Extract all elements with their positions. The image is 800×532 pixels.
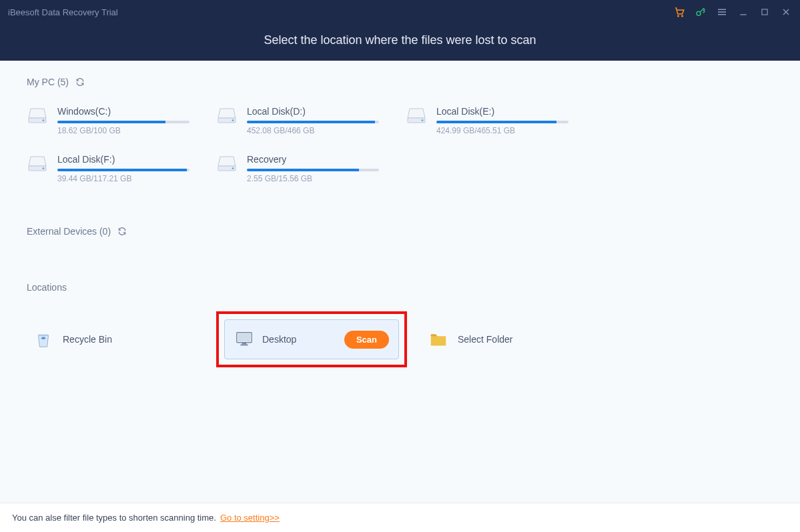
desktop-label: Desktop xyxy=(262,334,336,345)
minimize-icon[interactable] xyxy=(737,6,749,18)
locations-label: Locations xyxy=(27,282,67,293)
drive-usage-bar xyxy=(247,169,379,171)
svg-rect-16 xyxy=(240,345,248,346)
settings-link[interactable]: Go to setting>> xyxy=(220,513,280,523)
svg-point-7 xyxy=(232,119,234,121)
main-content: My PC (5) Windows(C:)18.62 GB/100 GBLoca… xyxy=(0,61,800,367)
app-header: iBeesoft Data Recovery Trial Select the … xyxy=(0,0,800,61)
drive-item[interactable]: Local Disk(F:)39.44 GB/117.21 GB xyxy=(27,154,216,183)
drive-usage-text: 18.62 GB/100 GB xyxy=(57,126,189,135)
footer-text: You can alse filter file types to shorte… xyxy=(12,513,216,523)
close-icon[interactable] xyxy=(780,6,792,18)
desktop-icon xyxy=(234,329,254,349)
location-select-folder[interactable]: Select Folder xyxy=(422,329,611,349)
drive-usage-text: 452.08 GB/466 GB xyxy=(247,126,379,135)
drive-icon xyxy=(216,106,238,125)
drive-icon xyxy=(406,106,427,125)
maximize-icon[interactable] xyxy=(759,6,771,18)
drive-item[interactable]: Recovery2.55 GB/15.56 GB xyxy=(216,154,406,183)
select-folder-label: Select Folder xyxy=(458,334,512,345)
drive-usage-bar xyxy=(247,121,379,123)
recycle-bin-icon xyxy=(33,329,53,349)
svg-point-1 xyxy=(682,15,683,17)
highlight-box: Desktop Scan xyxy=(216,311,407,367)
svg-rect-3 xyxy=(762,9,767,15)
svg-point-13 xyxy=(232,167,234,169)
drive-name: Local Disk(F:) xyxy=(57,154,189,165)
refresh-icon[interactable] xyxy=(75,77,85,87)
drive-item[interactable]: Local Disk(D:)452.08 GB/466 GB xyxy=(216,106,406,135)
svg-point-5 xyxy=(43,119,45,121)
svg-rect-15 xyxy=(238,334,251,341)
drive-usage-text: 39.44 GB/117.21 GB xyxy=(57,174,189,183)
drive-info: Local Disk(D:)452.08 GB/466 GB xyxy=(247,106,406,135)
recycle-bin-label: Recycle Bin xyxy=(63,334,112,345)
drive-icon xyxy=(216,154,238,173)
refresh-icon[interactable] xyxy=(117,227,127,236)
app-title: iBeesoft Data Recovery Trial xyxy=(8,7,118,17)
locations-row: Recycle Bin Desktop Scan Select Folder xyxy=(27,311,773,367)
svg-point-9 xyxy=(422,119,424,121)
drive-usage-bar xyxy=(57,121,189,123)
page-subtitle: Select the location where the files were… xyxy=(0,24,800,61)
my-pc-label: My PC (5) xyxy=(27,77,69,87)
external-section-head: External Devices (0) xyxy=(27,226,773,237)
external-label: External Devices (0) xyxy=(27,226,111,237)
drive-icon xyxy=(27,106,48,125)
svg-point-11 xyxy=(43,167,45,169)
drive-info: Local Disk(F:)39.44 GB/117.21 GB xyxy=(57,154,216,183)
footer: You can alse filter file types to shorte… xyxy=(0,503,800,532)
drive-info: Local Disk(E:)424.99 GB/465.51 GB xyxy=(436,106,595,135)
drive-name: Local Disk(E:) xyxy=(436,106,568,117)
my-pc-section-head: My PC (5) xyxy=(27,77,773,87)
drive-usage-bar xyxy=(436,121,568,123)
drive-usage-bar xyxy=(57,169,189,171)
locations-section-head: Locations xyxy=(27,282,773,293)
titlebar: iBeesoft Data Recovery Trial xyxy=(0,0,800,24)
drive-icon xyxy=(27,154,48,173)
drive-name: Windows(C:) xyxy=(57,106,189,117)
drives-grid: Windows(C:)18.62 GB/100 GBLocal Disk(D:)… xyxy=(27,106,773,202)
folder-icon xyxy=(428,329,448,349)
drive-info: Recovery2.55 GB/15.56 GB xyxy=(247,154,406,183)
window-controls xyxy=(673,6,792,18)
drive-name: Local Disk(D:) xyxy=(247,106,379,117)
menu-icon[interactable] xyxy=(716,6,728,18)
key-icon[interactable] xyxy=(695,6,707,18)
drive-item[interactable]: Windows(C:)18.62 GB/100 GB xyxy=(27,106,216,135)
svg-point-2 xyxy=(697,11,701,15)
drive-name: Recovery xyxy=(247,154,379,165)
location-recycle-bin[interactable]: Recycle Bin xyxy=(27,329,216,349)
drive-usage-text: 2.55 GB/15.56 GB xyxy=(247,174,379,183)
scan-button[interactable]: Scan xyxy=(344,331,389,349)
drive-info: Windows(C:)18.62 GB/100 GB xyxy=(57,106,216,135)
drive-usage-text: 424.99 GB/465.51 GB xyxy=(436,126,568,135)
svg-point-0 xyxy=(678,15,679,17)
cart-icon[interactable] xyxy=(673,6,685,18)
drive-item[interactable]: Local Disk(E:)424.99 GB/465.51 GB xyxy=(406,106,595,135)
location-desktop[interactable]: Desktop Scan xyxy=(224,319,399,359)
